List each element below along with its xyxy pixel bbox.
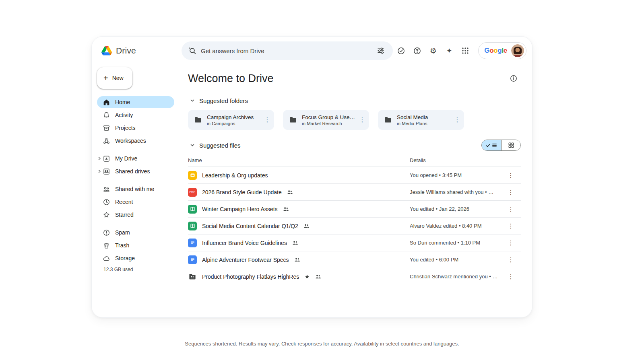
sidebar-item-projects[interactable]: Projects [97,122,174,134]
folder-card-menu-button[interactable]: ⋮ [261,114,273,126]
row-menu-button[interactable]: ⋮ [505,254,517,266]
file-name-cell: Winter Campaign Hero Assets [188,205,410,214]
gemini-sparkle-button[interactable]: ✦ [441,43,457,59]
file-name-cell: Alpine Adventurer Footwear Specs [188,255,410,264]
sidebar-item-shared-with-me[interactable]: Shared with me [97,183,174,195]
file-row[interactable]: Product Photography Flatlays HighRes Chr… [188,268,521,285]
help-button[interactable] [409,43,425,59]
sidebar-item-label: Trash [115,242,129,249]
file-details: You edited • Jan 22, 2026 [410,206,505,212]
search-bar[interactable] [182,41,393,60]
file-name-cell: Leadership & Org updates [188,171,410,180]
drive-logo-icon [101,46,112,56]
sidebar-item-recent[interactable]: Recent [97,196,174,208]
folder-card-text: Social Media in Media Plans [397,114,451,126]
file-name-cell: PDF 2026 Brand Style Guide Update [188,188,410,197]
new-button[interactable]: + New [97,67,132,89]
top-actions: ⚙ ✦ Google [393,42,526,59]
file-row[interactable]: PDF 2026 Brand Style Guide Update Jessie… [188,184,521,201]
drive-brand[interactable]: Drive [101,46,182,56]
folder-card-menu-button[interactable]: ⋮ [451,114,463,126]
file-name: Leadership & Org updates [202,172,268,179]
spam-alert-icon [103,229,110,237]
row-menu-button[interactable]: ⋮ [505,237,517,249]
sidebar-item-label: Activity [115,112,133,118]
file-row[interactable]: Influencer Brand Voice Guidelines So Dur… [188,234,521,251]
gear-icon: ⚙ [430,47,437,55]
folder-card-name: Social Media [397,114,451,120]
expand-chevron-icon[interactable] [97,156,102,161]
sidebar-item-workspaces[interactable]: Workspaces [97,135,174,147]
sidebar-item-activity[interactable]: Activity [97,109,174,121]
column-header-name[interactable]: Name [188,157,410,163]
file-name-cell: Social Media Content Calendar Q1/Q2 [188,222,410,230]
workspaces-icon [103,137,110,145]
account-pill[interactable]: Google [478,42,526,59]
sidebar-item-my-drive[interactable]: My Drive [97,152,174,165]
home-icon [103,99,110,106]
sidebar-item-storage[interactable]: Storage [97,252,174,264]
row-menu-button[interactable]: ⋮ [505,169,517,181]
grid-view-button[interactable] [501,140,520,150]
expand-chevron-icon[interactable] [97,169,102,174]
suggested-files-toggle[interactable]: Suggested files [188,141,241,150]
folder-card-focus-group[interactable]: Focus Group & User… in Market Research ⋮ [283,110,369,130]
sidebar-item-label: Recent [115,199,133,205]
docs-icon [188,255,197,264]
sidebar-item-shared-drives[interactable]: Shared drives [97,165,174,177]
file-name: 2026 Brand Style Guide Update [202,189,282,195]
disclaimer-text: Sequences shortened. Results may vary. C… [0,341,644,347]
file-name: Product Photography Flatlays HighRes [202,274,299,280]
shared-people-icon [303,223,310,228]
sidebar-item-spam[interactable]: Spam [97,226,174,239]
shared-drives-icon [103,168,110,175]
user-avatar[interactable] [511,44,524,57]
folder-card-location: in Media Plans [397,121,451,126]
file-details: So Duri commented • 1:10 PM [410,240,505,246]
suggested-files-label: Suggested files [199,142,241,149]
availability-check-button[interactable] [393,43,409,59]
bell-icon [103,111,110,119]
row-menu-button[interactable]: ⋮ [505,271,517,283]
chevron-down-icon[interactable] [188,96,197,105]
folder-card-social-media[interactable]: Social Media in Media Plans ⋮ [378,110,464,130]
sparkle-icon: ✦ [446,47,452,54]
app-title: Drive [116,46,136,56]
grid-icon [508,142,514,148]
folder-card-menu-button[interactable]: ⋮ [356,114,368,126]
shared-people-icon [315,274,321,279]
shared-people-icon [292,240,298,245]
file-row[interactable]: Winter Campaign Hero Assets You edited •… [188,201,521,218]
suggested-files-header: Suggested files [188,140,521,151]
column-header-details[interactable]: Details [410,157,505,163]
folder-icon [384,116,392,124]
row-menu-button[interactable]: ⋮ [505,203,517,215]
sidebar-item-label: Projects [115,125,136,131]
file-row[interactable]: Social Media Content Calendar Q1/Q2 Alva… [188,218,521,234]
info-button[interactable] [506,71,521,86]
search-filters-button[interactable] [373,43,389,59]
clock-icon [103,198,110,206]
sidebar-item-trash[interactable]: Trash [97,239,174,251]
chevron-down-icon[interactable] [188,141,197,150]
star-icon [103,211,110,219]
folder-card-campaign-archives[interactable]: Campaign Archives in Campaigns ⋮ [188,110,274,130]
list-view-button[interactable] [482,140,501,150]
search-input[interactable] [201,47,369,54]
file-row[interactable]: Leadership & Org updates You opened • 3:… [188,167,521,184]
suggested-folders-header[interactable]: Suggested folders [188,96,521,105]
shared-people-icon [294,257,300,262]
sheets-icon [188,222,197,230]
sidebar-item-starred[interactable]: Starred [97,209,174,221]
file-name-cell: Influencer Brand Voice Guidelines [188,239,410,247]
row-menu-button[interactable]: ⋮ [505,186,517,198]
projects-box-icon [103,124,110,132]
file-row[interactable]: Alpine Adventurer Footwear Specs You edi… [188,251,521,268]
apps-grid-button[interactable] [457,43,473,59]
sidebar-item-label: Starred [115,212,134,218]
body-row: + New Home Activity [92,61,532,318]
row-menu-button[interactable]: ⋮ [505,220,517,232]
sidebar-item-home[interactable]: Home [97,96,174,108]
settings-gear-button[interactable]: ⚙ [425,43,441,59]
suggested-folder-cards: Campaign Archives in Campaigns ⋮ Focus G… [188,110,521,130]
